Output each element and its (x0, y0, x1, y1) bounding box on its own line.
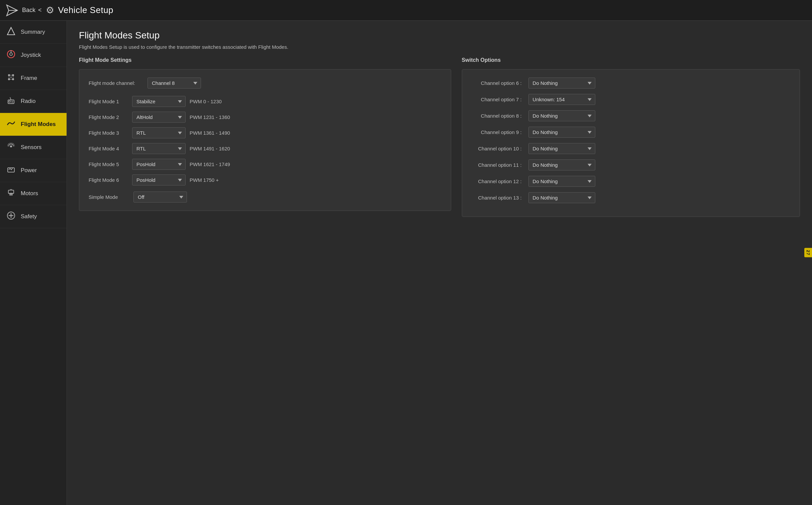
flight-mode-2-label: Flight Mode 2 (89, 114, 128, 120)
svg-point-5 (10, 53, 12, 55)
flight-mode-row-1: Flight Mode 1StabilizeAltHoldRTLPosHoldL… (89, 96, 441, 107)
back-sep: < (38, 7, 42, 14)
content-columns: Flight Mode Settings Flight mode channel… (79, 57, 800, 217)
page-title: Flight Modes Setup (79, 30, 800, 41)
svg-marker-2 (7, 27, 15, 35)
switch-option-row-9: Channel option 9 :Do NothingFlipSimpleMo… (472, 127, 790, 138)
frame-label: Frame (21, 75, 37, 82)
scroll-indicator: 27 (804, 248, 812, 257)
sidebar-item-frame[interactable]: Frame (0, 67, 67, 90)
flight-mode-row-6: Flight Mode 6StabilizeAltHoldRTLPosHoldL… (89, 174, 441, 185)
summary-label: Summary (21, 29, 45, 35)
radio-label: Radio (21, 98, 35, 105)
sensors-label: Sensors (21, 144, 41, 151)
right-column: Switch Options Channel option 6 :Do Noth… (462, 57, 800, 217)
frame-icon (6, 73, 16, 84)
svg-point-17 (9, 101, 11, 103)
channel-select[interactable]: Channel 5Channel 6Channel 7Channel 8 (147, 78, 201, 89)
safety-label: Safety (21, 213, 37, 220)
switch-option-row-11: Channel option 11 :Do NothingFlipSimpleM… (472, 159, 790, 170)
page-description: Flight Modes Setup is used to configure … (79, 44, 800, 50)
switch-option-11-select[interactable]: Do NothingFlipSimpleModeRTLSaveTrimSaveW… (528, 159, 595, 170)
simple-mode-select[interactable]: OffOn (133, 192, 187, 203)
radio-icon (6, 96, 16, 107)
switch-option-9-select[interactable]: Do NothingFlipSimpleModeRTLSaveTrimSaveW… (528, 127, 595, 138)
flight-mode-1-select[interactable]: StabilizeAltHoldRTLPosHoldLoiterLandAuto… (132, 96, 186, 107)
switch-option-11-label: Channel option 11 : (472, 162, 525, 168)
switch-option-row-7: Channel option 7 :Do NothingFlipSimpleMo… (472, 94, 790, 105)
svg-rect-18 (11, 101, 13, 102)
switch-option-7-select[interactable]: Do NothingFlipSimpleModeRTLSaveTrimSaveW… (528, 94, 595, 105)
flight-mode-6-select[interactable]: StabilizeAltHoldRTLPosHoldLoiterLandAuto… (132, 174, 186, 185)
joystick-label: Joystick (21, 52, 41, 58)
back-label: Back (22, 7, 35, 14)
flight-mode-2-select[interactable]: StabilizeAltHoldRTLPosHoldLoiterLandAuto… (132, 112, 186, 123)
summary-icon (6, 27, 16, 37)
motors-icon (6, 188, 16, 199)
switch-option-8-label: Channel option 8 : (472, 113, 525, 119)
switch-option-8-select[interactable]: Do NothingFlipSimpleModeRTLSaveTrimSaveW… (528, 110, 595, 121)
switch-option-12-select[interactable]: Do NothingFlipSimpleModeRTLSaveTrimSaveW… (528, 176, 595, 187)
paper-plane-icon (6, 4, 18, 16)
sidebar-item-flight-modes[interactable]: Flight Modes (0, 113, 67, 136)
flight-mode-1-pwm: PWM 0 - 1230 (190, 99, 222, 104)
flight-mode-5-label: Flight Mode 5 (89, 161, 128, 167)
topbar-title: Vehicle Setup (58, 5, 114, 15)
channel-row: Flight mode channel: Channel 5Channel 6C… (89, 78, 441, 89)
channel-label: Flight mode channel: (89, 80, 142, 86)
flight-mode-5-select[interactable]: StabilizeAltHoldRTLPosHoldLoiterLandAuto… (132, 159, 186, 170)
layout: SummaryJoystickFrameRadioFlight ModesSen… (0, 21, 812, 505)
flight-mode-6-pwm: PWM 1750 + (190, 177, 219, 183)
svg-rect-19 (11, 102, 13, 103)
safety-icon (6, 211, 16, 222)
switch-option-10-select[interactable]: Do NothingFlipSimpleModeRTLSaveTrimSaveW… (528, 143, 595, 154)
svg-rect-22 (8, 168, 14, 172)
flight-mode-row-4: Flight Mode 4StabilizeAltHoldRTLPosHoldL… (89, 143, 441, 154)
flight-mode-4-select[interactable]: StabilizeAltHoldRTLPosHoldLoiterLandAuto… (132, 143, 186, 154)
switch-option-row-6: Channel option 6 :Do NothingFlipSimpleMo… (472, 78, 790, 89)
flight-mode-3-label: Flight Mode 3 (89, 130, 128, 136)
flight-mode-6-label: Flight Mode 6 (89, 177, 128, 183)
flight-modes-icon (6, 119, 16, 130)
flight-mode-settings-box: Flight mode channel: Channel 5Channel 6C… (79, 69, 451, 211)
flight-mode-5-pwm: PWM 1621 - 1749 (190, 161, 230, 167)
svg-point-21 (10, 145, 12, 147)
switch-option-row-13: Channel option 13 :Do NothingFlipSimpleM… (472, 192, 790, 203)
simple-mode-label: Simple Mode (89, 194, 128, 200)
switch-option-13-label: Channel option 13 : (472, 195, 525, 201)
switch-option-7-label: Channel option 7 : (472, 97, 525, 102)
sidebar-item-motors[interactable]: Motors (0, 182, 67, 205)
sidebar-item-summary[interactable]: Summary (0, 21, 67, 44)
simple-mode-row: Simple Mode OffOn (89, 192, 441, 203)
sidebar-item-safety[interactable]: Safety (0, 205, 67, 228)
left-section-title: Flight Mode Settings (79, 57, 451, 63)
back-button[interactable]: Back < (22, 7, 42, 14)
power-icon (6, 165, 16, 176)
sensors-icon (6, 142, 16, 153)
flight-mode-row-5: Flight Mode 5StabilizeAltHoldRTLPosHoldL… (89, 159, 441, 170)
switch-option-row-8: Channel option 8 :Do NothingFlipSimpleMo… (472, 110, 790, 121)
svg-line-3 (9, 27, 11, 31)
switch-option-13-select[interactable]: Do NothingFlipSimpleModeRTLSaveTrimSaveW… (528, 192, 595, 203)
left-column: Flight Mode Settings Flight mode channel… (79, 57, 451, 217)
sidebar-item-radio[interactable]: Radio (0, 90, 67, 113)
sidebar-item-sensors[interactable]: Sensors (0, 136, 67, 159)
flight-mode-3-pwm: PWM 1361 - 1490 (190, 130, 230, 136)
flight-mode-2-pwm: PWM 1231 - 1360 (190, 114, 230, 120)
svg-line-20 (10, 97, 11, 100)
sidebar-item-joystick[interactable]: Joystick (0, 44, 67, 67)
flight-mode-4-label: Flight Mode 4 (89, 146, 128, 151)
svg-point-11 (10, 77, 12, 78)
sidebar-item-power[interactable]: Power (0, 159, 67, 182)
flight-mode-row-3: Flight Mode 3StabilizeAltHoldRTLPosHoldL… (89, 127, 441, 138)
sidebar: SummaryJoystickFrameRadioFlight ModesSen… (0, 21, 67, 505)
switch-option-9-label: Channel option 9 : (472, 129, 525, 135)
gear-icon: ⚙ (46, 5, 54, 16)
switch-option-6-select[interactable]: Do NothingFlipSimpleModeRTLSaveTrimSaveW… (528, 78, 595, 89)
topbar: Back < ⚙ Vehicle Setup (0, 0, 812, 21)
flight-mode-3-select[interactable]: StabilizeAltHoldRTLPosHoldLoiterLandAuto… (132, 127, 186, 138)
flight-mode-1-label: Flight Mode 1 (89, 99, 128, 104)
joystick-icon (6, 50, 16, 60)
motors-label: Motors (21, 190, 38, 197)
flight-mode-row-2: Flight Mode 2StabilizeAltHoldRTLPosHoldL… (89, 112, 441, 123)
